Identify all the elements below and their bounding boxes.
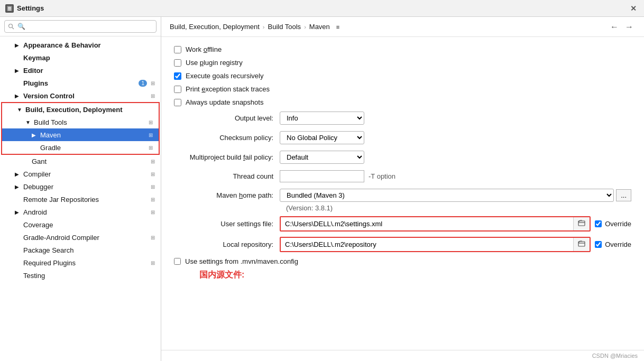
breadcrumb-menu-icon[interactable]: ≡ — [336, 24, 339, 30]
sidebar-item-testing[interactable]: Testing — [0, 269, 161, 282]
search-input[interactable] — [4, 20, 157, 33]
always-update-label: Always update snapshots — [186, 98, 263, 106]
sidebar-item-package-search[interactable]: Package Search — [0, 244, 161, 256]
always-update-checkbox[interactable] — [174, 99, 181, 106]
maven-version-text: (Version: 3.8.1) — [174, 204, 631, 212]
sidebar-item-maven[interactable]: ▶ Maven ⊞ — [2, 128, 159, 141]
svg-rect-4 — [578, 221, 585, 226]
sidebar-item-coverage[interactable]: Coverage — [0, 218, 161, 231]
thread-count-row: Thread count -T option — [174, 170, 631, 182]
edit-icon: ⊞ — [149, 196, 157, 203]
plugin-registry-row: Use plugin registry — [174, 59, 631, 67]
edit-icon: ⊞ — [149, 92, 157, 99]
maven-home-row: Maven home path: Bundled (Maven 3) ... — [174, 189, 631, 202]
sidebar-item-label: Package Search — [23, 246, 157, 254]
sidebar-item-build-execution[interactable]: ▼ Build, Execution, Deployment — [2, 103, 159, 116]
thread-count-input[interactable] — [280, 170, 364, 182]
window-title: Settings — [17, 4, 44, 12]
sidebar-item-plugins[interactable]: Plugins 1 ⊞ — [0, 77, 161, 89]
breadcrumb-item-3: Maven — [309, 23, 330, 31]
sidebar-item-label: Compiler — [23, 170, 149, 178]
edit-icon: ⊞ — [149, 170, 157, 178]
edit-icon: ⊞ — [147, 118, 154, 126]
user-settings-row: User settings file: Override — [174, 216, 631, 232]
sidebar-item-gradle-android[interactable]: Gradle-Android Compiler ⊞ — [0, 231, 161, 244]
sidebar-item-compiler[interactable]: ▶ Compiler ⊞ — [0, 168, 161, 180]
work-offline-label: Work offline — [186, 45, 222, 53]
sidebar-item-version-control[interactable]: ▶ Version Control ⊞ — [0, 89, 161, 102]
local-repository-input[interactable] — [281, 238, 573, 251]
app-icon — [5, 4, 14, 13]
close-button[interactable]: ✕ — [628, 3, 639, 14]
use-settings-mvn-checkbox[interactable] — [174, 258, 181, 265]
user-settings-browse-button[interactable] — [573, 217, 590, 230]
svg-rect-5 — [578, 242, 585, 246]
sidebar-item-label: Keymap — [23, 54, 157, 62]
settings-form: Work offline Use plugin registry Execute… — [161, 37, 644, 350]
multiproject-policy-row: Multiproject build fail policy: Default … — [174, 151, 631, 164]
user-settings-input-container — [280, 216, 591, 232]
output-level-dropdown-container: Info Debug Error Warning — [280, 112, 364, 125]
maven-home-label: Maven home path: — [174, 191, 280, 199]
breadcrumb-navigation: ← → — [608, 21, 636, 33]
breadcrumb-separator: › — [263, 24, 265, 30]
sidebar-item-label: Remote Jar Repositories — [23, 196, 149, 203]
forward-button[interactable]: → — [623, 21, 636, 33]
highlighted-section: ▼ Build, Execution, Deployment ▼ Build T… — [1, 102, 160, 155]
expand-arrow-icon: ▼ — [25, 119, 32, 125]
sidebar-item-label: Plugins — [23, 79, 139, 87]
checksum-policy-row: Checksum policy: No Global Policy Fail W… — [174, 131, 631, 144]
sidebar-item-keymap[interactable]: Keymap — [0, 51, 161, 64]
breadcrumb-separator: › — [304, 24, 306, 30]
watermark: CSDN @Mriacies — [161, 350, 644, 361]
breadcrumb-item-1: Build, Execution, Deployment — [170, 23, 260, 31]
print-exception-checkbox[interactable] — [174, 86, 181, 93]
expand-arrow-icon: ▼ — [17, 107, 23, 113]
execute-goals-checkbox[interactable] — [174, 72, 181, 80]
sidebar-item-editor[interactable]: ▶ Editor — [0, 64, 161, 77]
edit-icon: ⊞ — [149, 259, 157, 266]
sidebar-item-debugger[interactable]: ▶ Debugger ⊞ — [0, 180, 161, 193]
checksum-policy-dropdown-container: No Global Policy Fail Warn Ignore — [280, 131, 364, 144]
edit-icon: ⊞ — [149, 79, 157, 87]
sidebar-item-label: Testing — [23, 272, 157, 280]
maven-home-browse-button[interactable]: ... — [616, 189, 631, 201]
plugins-badge: 1 — [139, 80, 147, 87]
sidebar-item-appearance[interactable]: ▶ Appearance & Behavior — [0, 39, 161, 51]
user-settings-override-checkbox[interactable] — [595, 220, 602, 227]
sidebar-item-label: Gant — [32, 158, 149, 165]
sidebar-item-remote-jar[interactable]: Remote Jar Repositories ⊞ — [0, 193, 161, 206]
sidebar-item-label: Gradle — [40, 144, 147, 152]
execute-goals-label: Execute goals recursively — [186, 72, 263, 80]
multiproject-policy-select[interactable]: Default Fail at End Never Fail — [280, 151, 364, 164]
sidebar-item-android[interactable]: ▶ Android ⊞ — [0, 206, 161, 218]
user-settings-override-label: Override — [605, 220, 631, 228]
local-repository-override-checkbox[interactable] — [595, 241, 602, 248]
back-button[interactable]: ← — [608, 21, 621, 33]
svg-rect-3 — [8, 10, 11, 11]
multiproject-policy-dropdown-container: Default Fail at End Never Fail — [280, 151, 364, 164]
local-repository-input-container — [280, 237, 591, 252]
sidebar-item-gradle[interactable]: Gradle ⊞ — [2, 141, 159, 154]
print-exception-label: Print exception stack traces — [186, 85, 270, 93]
sidebar-item-label: Editor — [23, 67, 157, 75]
sidebar-item-label: Version Control — [23, 92, 149, 100]
edit-icon: ⊞ — [149, 158, 157, 165]
svg-rect-2 — [8, 8, 11, 9]
always-update-row: Always update snapshots — [174, 98, 631, 106]
checksum-policy-select[interactable]: No Global Policy Fail Warn Ignore — [280, 131, 364, 144]
checksum-policy-label: Checksum policy: — [174, 134, 280, 142]
sidebar-item-label: Maven — [40, 131, 147, 139]
maven-home-select[interactable]: Bundled (Maven 3) — [280, 189, 614, 202]
use-plugin-registry-checkbox[interactable] — [174, 59, 181, 67]
local-repository-browse-button[interactable] — [573, 238, 590, 251]
user-settings-input[interactable] — [281, 218, 573, 230]
sidebar-item-label: Debugger — [23, 183, 149, 191]
chinese-annotation: 国内源文件: — [199, 270, 631, 281]
output-level-select[interactable]: Info Debug Error Warning — [280, 112, 364, 125]
sidebar-item-gant[interactable]: Gant ⊞ — [0, 155, 161, 168]
sidebar-item-build-tools[interactable]: ▼ Build Tools ⊞ — [2, 116, 159, 128]
expand-arrow-icon: ▶ — [15, 184, 21, 190]
sidebar-item-required-plugins[interactable]: Required Plugins ⊞ — [0, 256, 161, 269]
work-offline-checkbox[interactable] — [174, 46, 181, 53]
